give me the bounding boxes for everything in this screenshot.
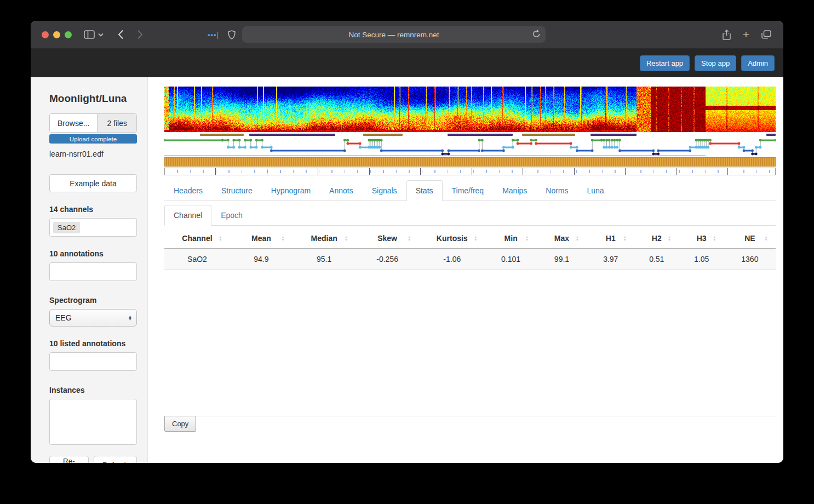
sort-carets-icon: ▲▼ [764,236,768,241]
copy-button[interactable]: Copy [164,416,196,432]
annotation-bar-purple [448,134,513,136]
tab-luna[interactable]: Luna [578,180,614,201]
subtab-epoch[interactable]: Epoch [211,205,252,226]
channel-stats-table: Channel▲▼Mean▲▼Median▲▼Skew▲▼Kurtosis▲▼M… [164,228,776,270]
tab-time-freq[interactable]: Time/freq [443,180,494,201]
sort-carets-icon: ▲▼ [281,236,285,241]
select-stepper-icon: ▲▼ [128,315,132,320]
sort-carets-icon: ▲▼ [575,236,579,241]
column-header-ne[interactable]: NE▲▼ [724,228,776,249]
tab-group-icon[interactable]: •••| [208,31,219,39]
privacy-shield-icon[interactable] [228,30,236,39]
table-row: SaO294.995.1-0.256-1.060.10199.13.970.51… [164,249,776,270]
main-panel: HeadersStructureHypnogramAnnotsSignalsSt… [148,77,783,463]
signal-overview [164,87,776,175]
sort-carets-icon: ▲▼ [713,236,716,241]
main-tabs: HeadersStructureHypnogramAnnotsSignalsSt… [164,180,776,201]
instances-label: Instances [49,386,137,394]
channel-chip[interactable]: SaO2 [53,222,80,233]
annotation-bar-brown [200,134,244,136]
sort-carets-icon: ▲▼ [219,236,222,241]
reload-icon[interactable] [532,30,541,40]
table-cell: -1.06 [419,249,485,270]
column-header-channel[interactable]: Channel▲▼ [164,228,230,249]
column-header-h1[interactable]: H1▲▼ [587,228,634,249]
column-header-h3[interactable]: H3▲▼ [679,228,724,249]
url-text: Not Secure — remnrem.net [349,31,439,39]
admin-button[interactable]: Admin [741,55,775,71]
annotation-bar-brown [522,134,575,136]
annotation-bar-purple [249,134,335,136]
browser-titlebar: •••| Not Secure — remnrem.net [31,21,783,49]
table-cell: 1360 [724,249,776,270]
sort-carets-icon: ▲▼ [668,236,672,241]
tab-signals[interactable]: Signals [363,180,406,201]
listed-annotations-label: 10 listed annotations [49,339,137,348]
tab-hypnogram[interactable]: Hypnogram [262,180,320,201]
spectrogram-label: Spectrogram [49,296,137,305]
column-header-max[interactable]: Max▲▼ [537,228,587,249]
browse-button[interactable]: Browse... [50,114,98,132]
sort-carets-icon: ▲▼ [408,236,411,241]
table-cell: SaO2 [164,249,230,270]
table-cell: 0.101 [485,249,537,270]
column-header-median[interactable]: Median▲▼ [293,228,356,249]
upload-progress-bar: Upload complete [49,134,137,144]
tab-annots[interactable]: Annots [320,180,363,201]
sidebar-toggle-icon[interactable] [84,30,95,39]
stop-app-button[interactable]: Stop app [695,55,736,71]
desktop: •••| Not Secure — remnrem.net [0,0,814,504]
channels-label: 14 channels [49,205,137,214]
tab-overview-icon[interactable] [761,30,771,39]
spectrogram-select[interactable]: EEG ▲▼ [49,309,137,327]
table-cell: 99.1 [537,249,587,270]
refresh-button[interactable]: Refresh [94,456,137,463]
close-window-icon[interactable] [42,31,49,38]
share-icon[interactable] [723,30,731,40]
column-header-h2[interactable]: H2▲▼ [634,228,679,249]
back-icon[interactable] [118,30,124,39]
traffic-lights [42,31,72,38]
minimize-window-icon[interactable] [53,31,60,38]
tab-manips[interactable]: Manips [493,180,536,201]
file-upload-control: Browse... 2 files [49,113,137,133]
spectrogram-select-value: EEG [55,313,72,322]
tab-structure[interactable]: Structure [212,180,262,201]
annotation-bar-purple [591,134,637,136]
example-data-button[interactable]: Example data [49,174,137,192]
tab-headers[interactable]: Headers [164,180,212,201]
listed-annotations-input[interactable] [49,352,137,371]
sort-carets-icon: ▲▼ [474,236,478,241]
annotation-bar-purple [766,134,776,136]
forward-icon[interactable] [137,30,143,39]
chevron-down-icon[interactable] [98,33,104,37]
column-header-mean[interactable]: Mean▲▼ [230,228,293,249]
url-bar[interactable]: Not Secure — remnrem.net [242,26,546,43]
restart-app-button[interactable]: Restart app [640,55,690,71]
files-count-label: 2 files [98,114,136,132]
annotations-select-input[interactable] [49,262,137,281]
time-axis-ticks [164,168,776,175]
table-cell: 3.97 [587,249,634,270]
table-cell: -0.256 [356,249,419,270]
instances-textarea[interactable] [49,399,137,445]
eeg-spectrogram[interactable] [164,87,776,132]
tab-stats[interactable]: Stats [406,180,443,201]
column-header-kurtosis[interactable]: Kurtosis▲▼ [419,228,485,249]
annotation-bars-track [164,132,776,138]
zoom-window-icon[interactable] [65,31,72,38]
table-cell: 1.05 [679,249,724,270]
column-header-min[interactable]: Min▲▼ [485,228,537,249]
sort-carets-icon: ▲▼ [623,236,627,241]
channels-select-input[interactable]: SaO2 [49,218,137,237]
browser-window: •••| Not Secure — remnrem.net [31,21,783,463]
reepoch-button[interactable]: Re-epoch [49,456,89,463]
column-header-skew[interactable]: Skew▲▼ [356,228,419,249]
tab-norms[interactable]: Norms [536,180,577,201]
annotations-label: 10 annotations [49,249,137,258]
uploaded-filename: learn-nsrr01.edf [49,150,137,158]
hypnogram-strip[interactable] [164,138,776,156]
table-cell: 94.9 [230,249,293,270]
subtab-channel[interactable]: Channel [164,205,211,226]
new-tab-icon[interactable]: + [743,28,749,41]
